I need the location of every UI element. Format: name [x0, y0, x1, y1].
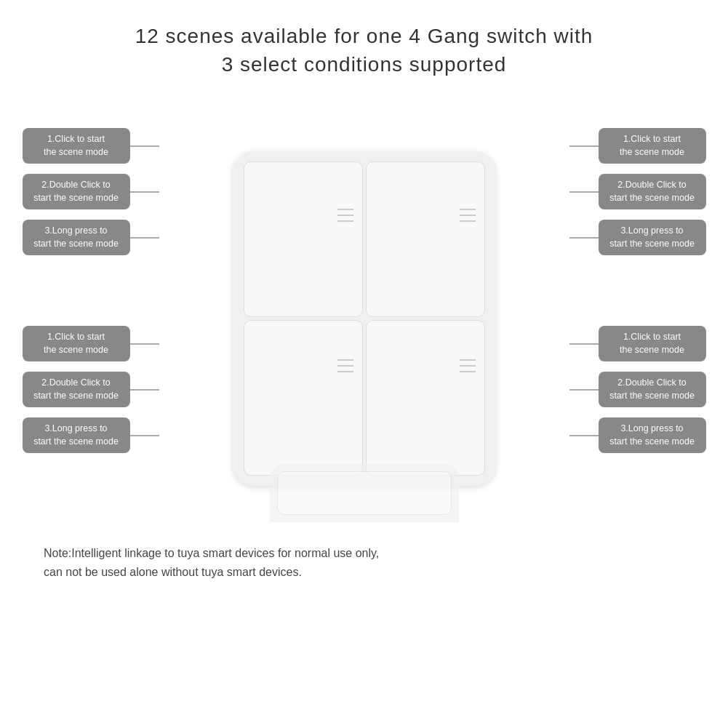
list-item: 2.Double Click to start the scene mode [569, 174, 706, 209]
label-pill: 1.Click to start the scene mode [599, 128, 706, 164]
connector-line [569, 237, 599, 239]
label-pill: 2.Double Click to start the scene mode [599, 372, 706, 407]
label-pill: 2.Double Click to start the scene mode [23, 372, 130, 407]
diagram-area: 1.Click to start the scene mode 2.Double… [15, 108, 713, 529]
connector-line [569, 389, 599, 391]
switch-button-top-right[interactable] [366, 161, 485, 317]
switch-device [233, 151, 495, 486]
connector-line [130, 191, 159, 193]
right-top-group: 1.Click to start the scene mode 2.Double… [569, 128, 706, 255]
list-item: 2.Double Click to start the scene mode [23, 174, 159, 209]
left-top-group: 1.Click to start the scene mode 2.Double… [23, 128, 159, 255]
label-pill: 3.Long press to start the scene mode [599, 417, 706, 453]
page-title: 12 scenes available for one 4 Gang switc… [135, 22, 593, 79]
list-item: 3.Long press to start the scene mode [569, 417, 706, 453]
list-item: 1.Click to start the scene mode [23, 128, 159, 164]
switch-button-bottom-right[interactable] [366, 320, 485, 476]
switch-button-top-left[interactable] [244, 161, 363, 317]
connector-line [569, 145, 599, 147]
label-pill: 1.Click to start the scene mode [599, 326, 706, 361]
label-pill: 1.Click to start the scene mode [23, 326, 130, 361]
connector-line [130, 389, 159, 391]
connector-line [130, 237, 159, 239]
label-pill: 3.Long press to start the scene mode [23, 220, 130, 255]
label-pill: 1.Click to start the scene mode [23, 128, 130, 164]
bottom-switch-inner [277, 471, 452, 515]
connector-line [569, 191, 599, 193]
left-bottom-group: 1.Click to start the scene mode 2.Double… [23, 326, 159, 453]
connector-line [569, 343, 599, 345]
list-item: 1.Click to start the scene mode [569, 128, 706, 164]
connector-line [130, 343, 159, 345]
label-pill: 2.Double Click to start the scene mode [599, 174, 706, 209]
list-item: 3.Long press to start the scene mode [23, 220, 159, 255]
page-container: 12 scenes available for one 4 Gang switc… [0, 0, 728, 728]
right-bottom-group: 1.Click to start the scene mode 2.Double… [569, 326, 706, 453]
connector-line [569, 435, 599, 436]
list-item: 2.Double Click to start the scene mode [569, 372, 706, 407]
list-item: 1.Click to start the scene mode [569, 326, 706, 361]
switch-button-bottom-left[interactable] [244, 320, 363, 476]
label-pill: 3.Long press to start the scene mode [23, 417, 130, 453]
list-item: 2.Double Click to start the scene mode [23, 372, 159, 407]
connector-line [130, 145, 159, 147]
note-text: Note:Intelligent linkage to tuya smart d… [15, 544, 713, 581]
label-pill: 3.Long press to start the scene mode [599, 220, 706, 255]
label-pill: 2.Double Click to start the scene mode [23, 174, 130, 209]
list-item: 3.Long press to start the scene mode [569, 220, 706, 255]
connector-line [130, 435, 159, 436]
list-item: 3.Long press to start the scene mode [23, 417, 159, 453]
list-item: 1.Click to start the scene mode [23, 326, 159, 361]
bottom-switch-partial [270, 464, 459, 522]
